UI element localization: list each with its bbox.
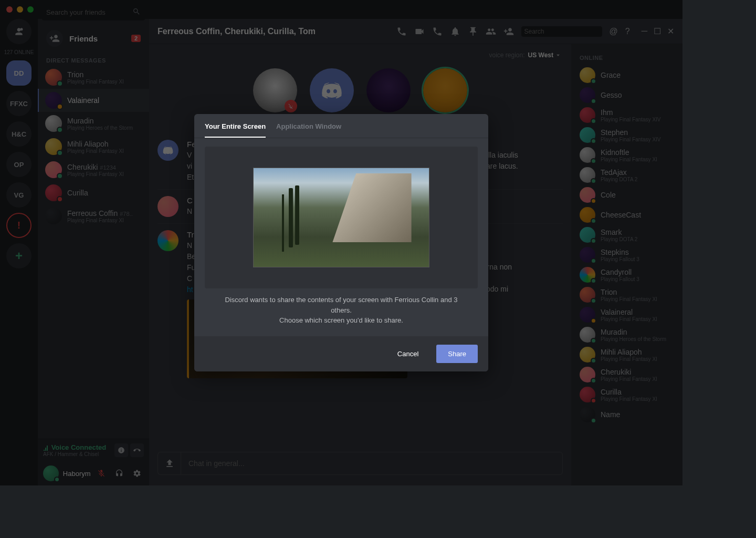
screen-preview[interactable] xyxy=(205,147,478,288)
tab-application-window[interactable]: Application Window xyxy=(276,122,341,138)
share-button[interactable]: Share xyxy=(436,345,478,363)
screen-share-modal: Your Entire Screen Application Window Di… xyxy=(194,114,488,371)
tab-entire-screen[interactable]: Your Entire Screen xyxy=(205,122,266,138)
modal-description: Discord wants to share the contents of y… xyxy=(205,288,478,328)
screen-thumbnail xyxy=(253,168,429,267)
modal-footer: Cancel Share xyxy=(194,336,488,371)
cancel-button[interactable]: Cancel xyxy=(386,345,430,363)
modal-overlay[interactable]: Your Entire Screen Application Window Di… xyxy=(0,0,682,485)
modal-tabs: Your Entire Screen Application Window xyxy=(194,114,488,138)
